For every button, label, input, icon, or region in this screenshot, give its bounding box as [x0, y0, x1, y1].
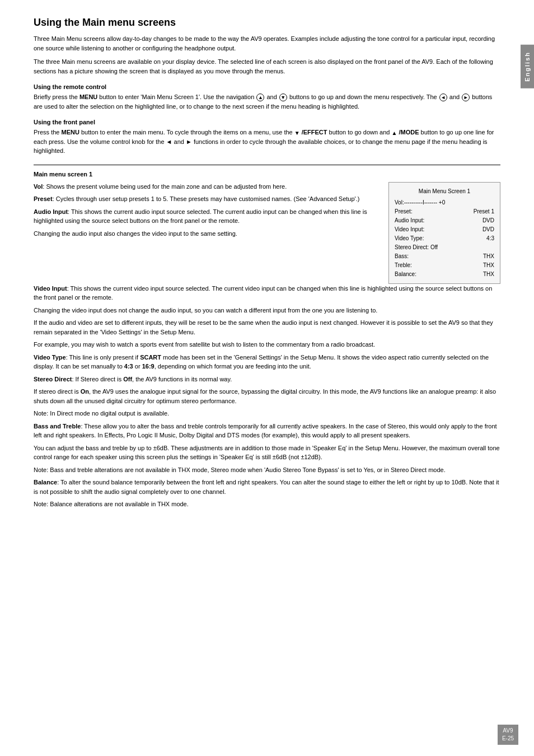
video-input-para3: If the audio and video are set to differ…	[34, 318, 500, 337]
box-title: Main Menu Screen 1	[395, 187, 494, 196]
balance-text: Balance: To alter the sound balance temp…	[34, 478, 500, 496]
stereo-direct-text: Stereo Direct: If Stereo direct is Off, …	[34, 375, 500, 384]
box-treble-label: Treble:	[395, 261, 439, 270]
intro-para2: The three Main menu screens are availabl…	[34, 57, 500, 76]
box-audio-input-value: DVD	[483, 216, 494, 225]
box-row-stereo-direct: Stereo Direct: Off	[395, 243, 494, 252]
stereo-direct-note: Note: In Direct mode no digital output i…	[34, 409, 500, 418]
box-row-video-input: Video Input: DVD	[395, 225, 494, 234]
vol-text: Vol: Shows the present volume being used…	[34, 182, 380, 192]
preset-text: Preset: Cycles through user setup preset…	[34, 194, 380, 204]
audio-input-text: Audio Input: This shows the current audi…	[34, 207, 380, 226]
badge-line1: AV9	[502, 727, 514, 735]
page-title: Using the Main menu screens	[34, 17, 500, 29]
video-input-para4: For example, you may wish to watch a spo…	[34, 340, 500, 349]
balance-note: Note: Balance alterations are not availa…	[34, 500, 500, 509]
nav-left-icon: ◄	[439, 94, 447, 101]
box-row-treble: Treble: THX	[395, 261, 494, 270]
nav-up-icon: ▲	[256, 94, 264, 101]
remote-control-heading: Using the remote control	[34, 83, 500, 90]
box-treble-value: THX	[483, 261, 494, 270]
remote-control-text: Briefly press the MENU button to enter '…	[34, 92, 500, 111]
box-row-video-type: Video Type: 4:3	[395, 234, 494, 243]
box-video-type-value: 4:3	[486, 234, 494, 243]
box-video-input-label: Video Input:	[395, 225, 439, 234]
intro-para1: Three Main Menu screens allow day-to-day…	[34, 34, 500, 53]
bass-treble-para2: You can adjust the bass and treble by up…	[34, 444, 500, 462]
language-tab: English	[521, 45, 534, 88]
box-row-vol: Vol:----------I------- +0	[395, 198, 494, 207]
box-preset-label: Preset:	[395, 207, 439, 216]
nav-down-icon: ▼	[279, 94, 287, 101]
box-vol-label: Vol:----------I------- +0	[395, 198, 445, 207]
menu-screen-1-content: Vol: Shows the present volume being used…	[34, 182, 500, 284]
front-panel-text: Press the MENU button to enter the main …	[34, 128, 500, 156]
box-bass-value: THX	[483, 252, 494, 261]
video-input-para2: Changing the video input does not change…	[34, 306, 500, 315]
box-balance-value: THX	[483, 270, 494, 279]
box-row-balance: Balance: THX	[395, 270, 494, 279]
front-panel-heading: Using the front panel	[34, 119, 500, 125]
badge-line2: E-25	[502, 735, 514, 743]
box-stereo-direct-label: Stereo Direct: Off	[395, 243, 439, 252]
stereo-direct-para2: If stereo direct is On, the AV9 uses the…	[34, 387, 500, 405]
box-balance-label: Balance:	[395, 270, 439, 279]
bass-treble-text: Bass and Treble: These allow you to alte…	[34, 422, 500, 440]
menu-screen-1-text: Vol: Shows the present volume being used…	[34, 182, 380, 242]
video-input-text: Video Input: This shows the current vide…	[34, 284, 500, 302]
box-video-type-label: Video Type:	[395, 234, 439, 243]
menu-screen-box: Main Menu Screen 1 Vol:----------I------…	[388, 182, 500, 284]
section-divider	[34, 165, 500, 165]
box-row-bass: Bass: THX	[395, 252, 494, 261]
audio-input-extra: Changing the audio input also changes th…	[34, 229, 380, 239]
page-badge: AV9 E-25	[498, 725, 518, 745]
box-row-preset: Preset: Preset 1	[395, 207, 494, 216]
box-audio-input-label: Audio Input:	[395, 216, 439, 225]
box-preset-value: Preset 1	[474, 207, 494, 216]
box-video-input-value: DVD	[483, 225, 494, 234]
box-bass-label: Bass:	[395, 252, 439, 261]
bass-treble-note: Note: Bass and treble alterations are no…	[34, 465, 500, 475]
box-row-audio-input: Audio Input: DVD	[395, 216, 494, 225]
nav-right-icon: ►	[462, 94, 470, 101]
menu-screen-1-heading: Main menu screen 1	[34, 171, 500, 178]
video-type-text: Video Type: This line is only present if…	[34, 353, 500, 371]
